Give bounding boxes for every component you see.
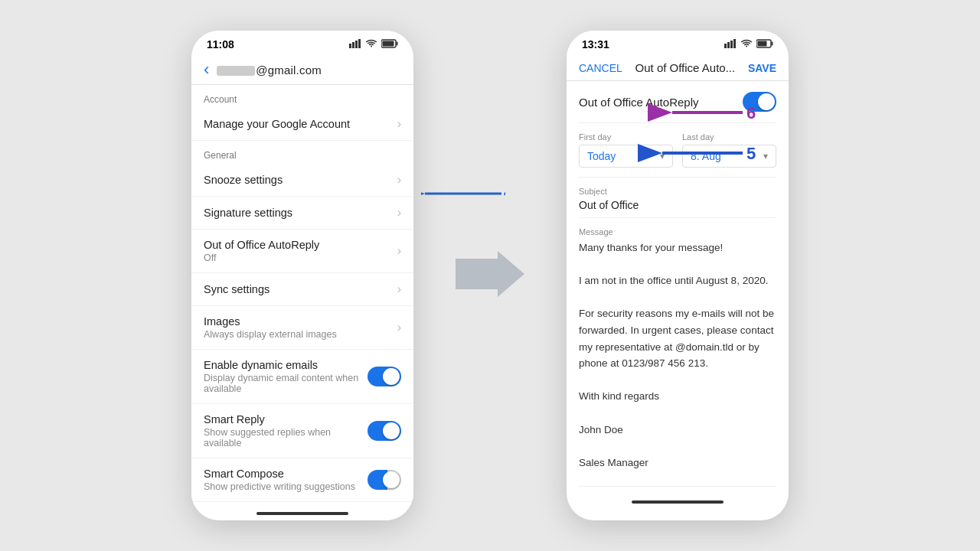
sync-title: Sync settings [204,283,397,295]
siri-shortcuts-item[interactable]: Siri Shortcuts › [191,502,413,506]
smart-compose-title: Smart Compose [204,468,368,480]
svg-rect-2 [355,41,358,48]
right-time: 13:31 [582,38,609,51]
chevron-icon: › [397,173,401,187]
battery-icon [756,39,773,50]
out-of-office-title: Out of Office AutoReply [204,239,397,251]
last-day-label: Last day [682,132,776,142]
smart-reply-title: Smart Reply [204,413,368,425]
section-account: Account [191,85,413,108]
svg-rect-5 [397,42,398,46]
chevron-icon: › [397,117,401,131]
right-content: Out of Office AutoReply First day Today … [567,81,789,494]
first-day-value: Today [587,150,616,162]
svg-text:4: 4 [504,184,505,201]
smart-reply-toggle[interactable] [368,421,401,441]
snooze-title: Snooze settings [204,174,397,186]
manage-google-account-item[interactable]: Manage your Google Account › [191,108,413,141]
sync-settings-item[interactable]: Sync settings › [191,273,413,306]
left-status-icons [349,39,398,50]
autoreply-row: Out of Office AutoReply [579,81,776,123]
dynamic-emails-subtitle: Display dynamic email content when avail… [204,373,368,394]
message-body: Many thanks for your message! I am not i… [579,240,776,471]
settings-list: Account Manage your Google Account › Gen… [191,85,413,506]
cancel-button[interactable]: CANCEL [579,62,622,74]
smart-compose-subtitle: Show predictive writing suggestions [204,481,368,492]
images-item[interactable]: Images Always display external images › [191,306,413,350]
smart-compose-toggle[interactable] [368,470,401,490]
wifi-icon [365,39,377,50]
last-day-value: 8. Aug [691,150,721,162]
subject-value: Out of Office [579,199,776,211]
last-day-dropdown[interactable]: 8. Aug ▾ [682,145,776,168]
battery-icon [381,39,398,50]
svg-rect-12 [727,42,730,48]
left-status-bar: 11:08 [191,31,413,55]
images-subtitle: Always display external images [204,329,397,340]
svg-rect-6 [383,41,394,47]
home-indicator-right [632,500,724,504]
chevron-down-icon: ▾ [660,151,665,161]
subject-section: Subject Out of Office [579,178,776,218]
middle-area: 4 [413,31,567,520]
date-row: First day Today ▾ Last day 8. Aug ▾ [579,123,776,178]
chevron-icon: › [397,321,401,334]
right-nav-bar: CANCEL Out of Office Auto... SAVE [567,55,789,81]
message-section: Message Many thanks for your message! I … [579,218,776,480]
chevron-icon: › [397,206,401,220]
chevron-down-icon: ▾ [763,151,768,161]
dynamic-emails-item[interactable]: Enable dynamic emails Display dynamic em… [191,350,413,404]
left-nav-bar: ‹ @gmail.com [191,55,413,85]
signature-settings-item[interactable]: Signature settings › [191,197,413,230]
chevron-icon: › [397,282,401,296]
right-status-bar: 13:31 [567,31,789,55]
left-time: 11:08 [207,38,234,51]
save-button[interactable]: SAVE [748,62,776,74]
out-of-office-subtitle: Off [204,253,397,263]
svg-rect-1 [352,42,354,48]
out-of-office-item[interactable]: Out of Office AutoReply Off › [191,230,413,273]
smart-reply-item[interactable]: Smart Reply Show suggested replies when … [191,404,413,458]
signature-title: Signature settings [204,207,397,219]
message-label: Message [579,227,776,236]
right-status-icons [724,39,773,50]
home-indicator [256,512,348,515]
transition-arrow [456,251,524,300]
snooze-settings-item[interactable]: Snooze settings › [191,164,413,197]
svg-rect-3 [358,39,361,48]
first-day-label: First day [579,132,673,142]
svg-rect-13 [730,41,733,48]
chevron-icon: › [397,244,401,258]
svg-rect-17 [758,41,767,47]
left-phone: 11:08 [191,31,413,520]
smart-compose-item[interactable]: Smart Compose Show predictive writing su… [191,458,413,502]
manage-google-title: Manage your Google Account [204,118,397,130]
signal-icon [724,39,737,50]
back-button[interactable]: ‹ [204,60,209,80]
svg-rect-14 [733,39,736,48]
email-blur [217,66,255,76]
send-contacts-row: Send to my contacts only [579,486,776,494]
right-phone: 13:31 [567,31,789,520]
svg-rect-0 [349,44,351,48]
autoreply-toggle[interactable] [743,92,776,112]
section-general: General [191,141,413,164]
first-day-dropdown[interactable]: Today ▾ [579,145,673,168]
dynamic-emails-toggle[interactable] [368,367,401,386]
nav-title: Out of Office Auto... [635,61,736,74]
svg-rect-11 [724,44,727,48]
subject-label: Subject [579,187,776,196]
images-title: Images [204,315,397,328]
smart-reply-subtitle: Show suggested replies when available [204,427,368,448]
step4-annotation: 4 [421,180,505,207]
signal-icon [349,39,361,50]
first-day-col: First day Today ▾ [579,132,673,168]
dynamic-emails-title: Enable dynamic emails [204,359,368,371]
account-email: @gmail.com [217,64,322,77]
last-day-col: Last day 8. Aug ▾ [682,132,776,168]
svg-marker-10 [456,251,524,297]
wifi-icon [740,39,753,50]
autoreply-label: Out of Office AutoReply [579,96,698,109]
svg-rect-16 [772,42,773,46]
